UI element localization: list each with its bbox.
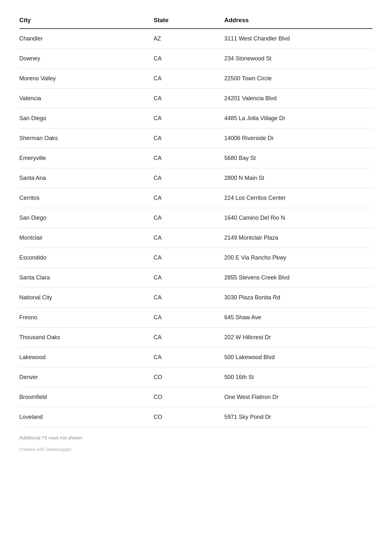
- cell-address: 2855 Stevens Creek Blvd: [224, 268, 373, 288]
- cell-city: Montclair: [19, 228, 154, 248]
- table-row: LakewoodCA500 Lakewood Blvd: [19, 348, 373, 367]
- cell-state: CO: [154, 387, 224, 407]
- cell-state: AZ: [154, 29, 224, 49]
- cell-state: CA: [154, 69, 224, 89]
- cell-state: CO: [154, 367, 224, 387]
- table-row: Santa AnaCA2800 N Main St: [19, 168, 373, 188]
- cell-city: Fresno: [19, 308, 154, 328]
- table-row: DowneyCA234 Stonewood St: [19, 49, 373, 69]
- cell-state: CO: [154, 407, 224, 427]
- cell-address: 24201 Valencia Blvd: [224, 89, 373, 109]
- cell-address: 3111 West Chandler Blvd: [224, 29, 373, 49]
- table-row: FresnoCA645 Shaw Ave: [19, 308, 373, 328]
- cell-address: 4485 La Jolla Village Dr: [224, 109, 373, 128]
- cell-address: 200 E Via Rancho Pkwy: [224, 248, 373, 268]
- cell-address: 2149 Montclair Plaza: [224, 228, 373, 248]
- cell-city: Emeryville: [19, 148, 154, 168]
- cell-address: 2800 N Main St: [224, 168, 373, 188]
- column-header-state: State: [154, 13, 224, 29]
- cell-city: Santa Ana: [19, 168, 154, 188]
- cell-city: San Diego: [19, 208, 154, 228]
- cell-state: CA: [154, 168, 224, 188]
- table-row: ValenciaCA24201 Valencia Blvd: [19, 89, 373, 109]
- cell-address: 202 W Hillcrest Dr: [224, 328, 373, 348]
- cell-address: 500 Lakewood Blvd: [224, 348, 373, 367]
- footer-credit: Created with Datawrapper: [19, 447, 373, 452]
- cell-address: 5680 Bay St: [224, 148, 373, 168]
- table-row: Moreno ValleyCA22500 Town Circle: [19, 69, 373, 89]
- cell-city: Broomfield: [19, 387, 154, 407]
- cell-state: CA: [154, 268, 224, 288]
- cell-state: CA: [154, 89, 224, 109]
- cell-address: 645 Shaw Ave: [224, 308, 373, 328]
- cell-state: CA: [154, 208, 224, 228]
- cell-state: CA: [154, 148, 224, 168]
- cell-state: CA: [154, 248, 224, 268]
- cell-city: Thousand Oaks: [19, 328, 154, 348]
- cell-address: One West Flatiron Dr: [224, 387, 373, 407]
- table-row: BroomfieldCOOne West Flatiron Dr: [19, 387, 373, 407]
- table-row: National CityCA3030 Plaza Bonita Rd: [19, 288, 373, 308]
- cell-city: Cerritos: [19, 188, 154, 208]
- table-row: MontclairCA2149 Montclair Plaza: [19, 228, 373, 248]
- cell-city: Chandler: [19, 29, 154, 49]
- cell-state: CA: [154, 288, 224, 308]
- cell-city: Moreno Valley: [19, 69, 154, 89]
- cell-state: CA: [154, 128, 224, 148]
- footer-note: Additional 75 rows not shown.: [19, 435, 373, 440]
- cell-city: Denver: [19, 367, 154, 387]
- cell-state: CA: [154, 348, 224, 367]
- cell-city: Valencia: [19, 89, 154, 109]
- cell-city: Loveland: [19, 407, 154, 427]
- table-row: San DiegoCA1640 Camino Del Rio N: [19, 208, 373, 228]
- table-row: ChandlerAZ3111 West Chandler Blvd: [19, 29, 373, 49]
- table-row: EscondidoCA200 E Via Rancho Pkwy: [19, 248, 373, 268]
- table-row: Sherman OaksCA14006 Riverside Dr: [19, 128, 373, 148]
- cell-state: CA: [154, 328, 224, 348]
- cell-address: 500 16th St: [224, 367, 373, 387]
- table-row: Santa ClaraCA2855 Stevens Creek Blvd: [19, 268, 373, 288]
- table-row: DenverCO500 16th St: [19, 367, 373, 387]
- table-row: CerritosCA224 Los Cerritos Center: [19, 188, 373, 208]
- cell-city: Santa Clara: [19, 268, 154, 288]
- cell-state: CA: [154, 308, 224, 328]
- column-header-city: City: [19, 13, 154, 29]
- table-header-row: City State Address: [19, 13, 373, 29]
- table-row: San DiegoCA4485 La Jolla Village Dr: [19, 109, 373, 128]
- cell-state: CA: [154, 109, 224, 128]
- column-header-address: Address: [224, 13, 373, 29]
- cell-address: 1640 Camino Del Rio N: [224, 208, 373, 228]
- data-table: City State Address ChandlerAZ3111 West C…: [19, 13, 373, 427]
- cell-city: Downey: [19, 49, 154, 69]
- cell-city: San Diego: [19, 109, 154, 128]
- cell-state: CA: [154, 188, 224, 208]
- cell-address: 22500 Town Circle: [224, 69, 373, 89]
- cell-address: 3030 Plaza Bonita Rd: [224, 288, 373, 308]
- table-row: Thousand OaksCA202 W Hillcrest Dr: [19, 328, 373, 348]
- cell-address: 234 Stonewood St: [224, 49, 373, 69]
- cell-city: Lakewood: [19, 348, 154, 367]
- table-row: LovelandCO5971 Sky Pond Dr: [19, 407, 373, 427]
- table-row: EmeryvilleCA5680 Bay St: [19, 148, 373, 168]
- cell-address: 5971 Sky Pond Dr: [224, 407, 373, 427]
- cell-address: 14006 Riverside Dr: [224, 128, 373, 148]
- cell-city: National City: [19, 288, 154, 308]
- table-container: City State Address ChandlerAZ3111 West C…: [19, 13, 373, 452]
- cell-state: CA: [154, 228, 224, 248]
- cell-address: 224 Los Cerritos Center: [224, 188, 373, 208]
- cell-state: CA: [154, 49, 224, 69]
- cell-city: Escondido: [19, 248, 154, 268]
- cell-city: Sherman Oaks: [19, 128, 154, 148]
